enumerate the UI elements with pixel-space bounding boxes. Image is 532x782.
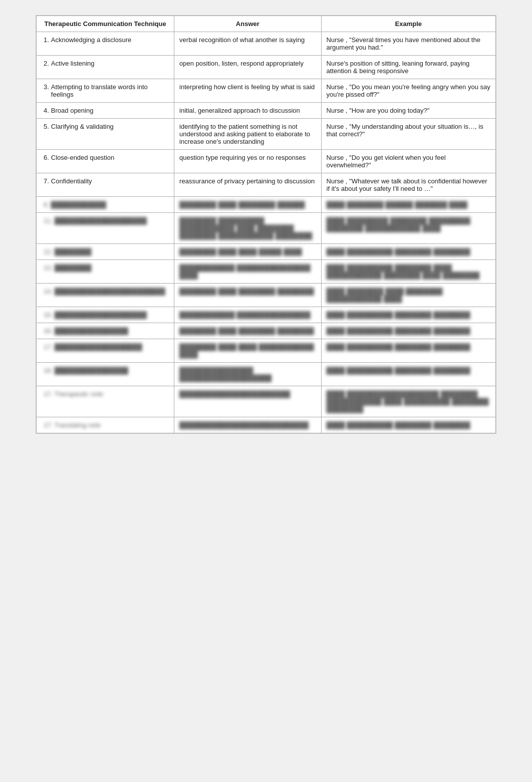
answer-cell: initial, generalized approach to discuss… (174, 103, 321, 119)
technique-cell: 5.Clarifying & validating (37, 119, 174, 150)
technique-cell: 3.Attempting to translate words into fee… (37, 79, 174, 103)
row-number: 6. (44, 154, 49, 161)
example-cell: ████ ████████████████████ ████████ █████… (321, 386, 495, 417)
table-row: 13. ████████████████████ ███████████████… (37, 260, 496, 284)
answer-cell: ████████████ ████████████████ ████ (174, 260, 321, 284)
technique-name: Confidentiality (51, 177, 92, 185)
technique-name: Clarifying & validating (51, 123, 114, 130)
row-number: 2. (44, 60, 49, 67)
answer-cell: ████████ ████ ████ ████████████ ████ (174, 339, 321, 363)
technique-cell: 18. ████████████████ (37, 363, 174, 386)
example-cell: ████ ██████████ ████████ ████ ██████████… (321, 260, 495, 284)
technique-cell: 17. ███████████████████ (37, 339, 174, 363)
answer-cell: reassurance of privacy pertaining to dis… (174, 173, 321, 197)
table-row: 4.Broad openinginitial, generalized appr… (37, 103, 496, 119)
row-number: 3. (44, 83, 49, 98)
technique-name: Attempting to translate words into feeli… (51, 83, 169, 98)
table-row: 5.Clarifying & validatingidentifying to … (37, 119, 496, 150)
table-row: 14. ████████████████████████████████ ███… (37, 284, 496, 307)
answer-cell: ████████ ██████████ ████████████ ████ ██… (174, 213, 321, 244)
technique-cell: 2.Active listening (37, 56, 174, 79)
table-row: 8. ████████████████████ ████ ████████ ██… (37, 197, 496, 213)
example-cell: Nurse's position of sitting, leaning for… (321, 56, 495, 79)
technique-cell: 14. ████████████████████████ (37, 284, 174, 307)
technique-name: Close-ended question (51, 154, 114, 161)
example-cell: ████ ██████████ ████████ ████████ (321, 417, 495, 433)
header-technique: Therapeutic Communication Technique (37, 16, 174, 32)
therapeutic-communication-table: Therapeutic Communication Technique Answ… (36, 16, 496, 433)
example-cell: Nurse , "My understanding about your sit… (321, 119, 495, 150)
technique-cell: 17. Translating note (37, 417, 174, 433)
example-cell: ████ ████████ ██████ ███████ ████ (321, 197, 495, 213)
technique-cell: 8. ████████████ (37, 197, 174, 213)
answer-cell: ████████ ████ ████████ ██████ (174, 197, 321, 213)
table-row: 6.Close-ended questionquestion type requ… (37, 150, 496, 173)
table-row: 3.Attempting to translate words into fee… (37, 79, 496, 103)
technique-cell: 13. ████████ (37, 260, 174, 284)
table-row: 15. ████████████████████████████████ ███… (37, 307, 496, 323)
header-answer: Answer (174, 16, 321, 32)
example-cell: ████ ██████████ ████████ ████████ (321, 307, 495, 323)
example-cell: ████ ██████████ ████████ ████████ (321, 323, 495, 339)
technique-cell: 6.Close-ended question (37, 150, 174, 173)
technique-cell: 15. ████████████████████ (37, 307, 174, 323)
row-number: 5. (44, 123, 49, 130)
example-cell: ████ ████████ ████ ████████ ████████████… (321, 284, 495, 307)
table-row: 1.Acknowledging a disclosureverbal recog… (37, 32, 496, 56)
technique-cell: 17. Therapeutic note (37, 386, 174, 417)
answer-cell: verbal recognition of what another is sa… (174, 32, 321, 56)
table-row: 17. Therapeutic note████████████████████… (37, 386, 496, 417)
answer-cell: identifying to the patient something is … (174, 119, 321, 150)
technique-cell: 7.Confidentiality (37, 173, 174, 197)
technique-name: Broad opening (51, 107, 94, 114)
header-example: Example (321, 16, 495, 32)
table-row: 18. ████████████████████████████████ ███… (37, 363, 496, 386)
row-number: 1. (44, 36, 49, 44)
example-cell: Nurse , "Several times you have mentione… (321, 32, 495, 56)
answer-cell: open position, listen, respond appropria… (174, 56, 321, 79)
table-row: 16. ████████████████████████ ████ ██████… (37, 323, 496, 339)
example-cell: Nurse , "Do you mean you're feeling angr… (321, 79, 495, 103)
example-cell: ████ ██████████ ████████ ████████ (321, 363, 495, 386)
answer-cell: ████████████████████████████ (174, 417, 321, 433)
technique-name: Acknowledging a disclosure (51, 36, 131, 44)
example-cell: ████ █████████ ████████ █████████ ██████… (321, 213, 495, 244)
answer-cell: ████████ ████ ████████ ████████ (174, 323, 321, 339)
table-row: 7.Confidentialityreassurance of privacy … (37, 173, 496, 197)
example-cell: ████ ██████████ ████████ ████████ (321, 244, 495, 260)
technique-cell: 12. ████████ (37, 244, 174, 260)
example-cell: Nurse , "Do you get violent when you fee… (321, 150, 495, 173)
example-cell: Nurse , "How are you doing today?" (321, 103, 495, 119)
table-row: 17. ███████████████████████████ ████ ███… (37, 339, 496, 363)
answer-cell: ████████ ████ ████████ ████████ (174, 284, 321, 307)
technique-cell: 11. ████████████████████ (37, 213, 174, 244)
answer-cell: ████████ ████ ████ █████ ████ (174, 244, 321, 260)
table-row: 2.Active listeningopen position, listen,… (37, 56, 496, 79)
answer-cell: question type requiring yes or no respon… (174, 150, 321, 173)
example-cell: ████ ██████████ ████████ ████████ (321, 339, 495, 363)
technique-cell: 16. ████████████████ (37, 323, 174, 339)
answer-cell: ████████████████████████ (174, 386, 321, 417)
technique-cell: 4.Broad opening (37, 103, 174, 119)
answer-cell: ████████████████ ████████████████████ (174, 363, 321, 386)
table-row: 17. Translating note████████████████████… (37, 417, 496, 433)
answer-cell: ████████████ ████████████████ (174, 307, 321, 323)
row-number: 4. (44, 107, 49, 114)
technique-cell: 1.Acknowledging a disclosure (37, 32, 174, 56)
table-row: 11. ████████████████████████████ ███████… (37, 213, 496, 244)
row-number: 7. (44, 177, 49, 185)
table-row: 12. ████████████████ ████ ████ █████ ███… (37, 244, 496, 260)
technique-name: Active listening (51, 60, 95, 67)
example-cell: Nurse , "Whatever we talk about is confi… (321, 173, 495, 197)
answer-cell: interpreting how client is feeling by wh… (174, 79, 321, 103)
